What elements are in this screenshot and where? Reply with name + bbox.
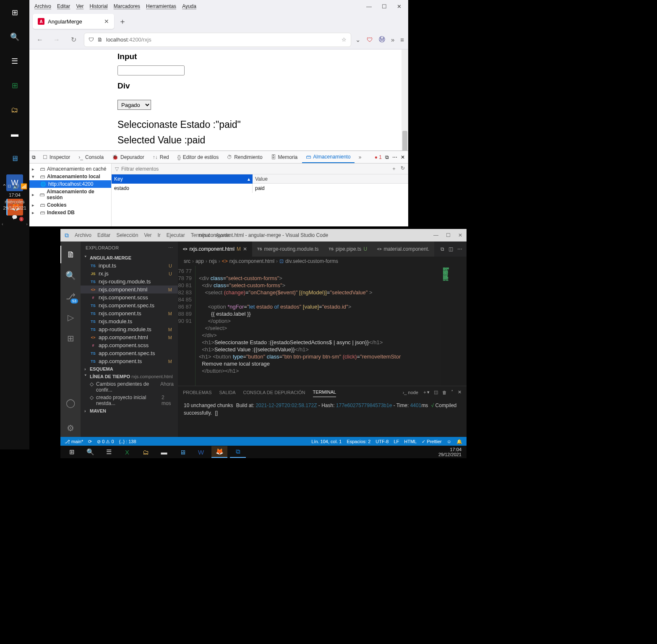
menu-archivo[interactable]: Archivo xyxy=(34,3,51,9)
file-item[interactable]: #app.component.scss xyxy=(81,341,178,349)
term-split-icon[interactable]: ◫ xyxy=(434,390,438,395)
esquema-section[interactable]: ESQUEMA xyxy=(81,365,178,373)
vsc-min-icon[interactable]: — xyxy=(433,232,438,238)
scm-icon[interactable]: ⎇53 xyxy=(60,288,81,305)
split-icon[interactable]: ◫ xyxy=(448,246,453,252)
file-item[interactable]: <>app.component.htmlM xyxy=(81,333,178,341)
run-debug-icon[interactable]: ▷ xyxy=(60,309,81,326)
status-bell-icon[interactable]: 🔔 xyxy=(456,439,462,444)
overflow-icon[interactable]: » xyxy=(391,36,394,43)
file-item[interactable]: TSrxjs-routing.module.ts xyxy=(81,278,178,286)
estado-select[interactable]: Pagado xyxy=(117,100,151,110)
tb-word-icon[interactable]: W xyxy=(193,446,209,458)
devtools-more-icon[interactable]: » xyxy=(355,154,365,160)
minimize-icon[interactable]: — xyxy=(366,3,372,10)
vsc-menu[interactable]: Editar xyxy=(97,232,110,238)
tree-cache[interactable]: ▸🗃Almacenamiento en caché xyxy=(29,165,111,173)
file-item[interactable]: TSrxjs.component.spec.ts xyxy=(81,301,178,309)
maximize-icon[interactable]: ☐ xyxy=(382,3,387,10)
tab-depurador[interactable]: 🐞Depurador xyxy=(108,151,148,163)
refresh-icon[interactable]: ↻ xyxy=(401,165,405,172)
tb-firefox-icon[interactable]: 🦊 xyxy=(211,446,227,458)
devtools-close-icon[interactable]: ✕ xyxy=(401,154,405,160)
tb-files-icon[interactable]: 🗂 xyxy=(138,446,154,458)
tray-icons[interactable]: ⌃ ⌑ 🔊 📶 xyxy=(0,183,29,190)
terminal-output[interactable]: 10 unchanged chunks Build at: 2021-12-29… xyxy=(178,398,467,437)
search-icon[interactable]: 🔍 xyxy=(6,29,23,45)
compare-icon[interactable]: ⧉ xyxy=(441,246,444,252)
task-view-icon[interactable]: ☰ xyxy=(6,53,23,70)
file-explorer-icon[interactable]: 🗂 xyxy=(6,101,23,118)
sidebar-more-icon[interactable]: ⋯ xyxy=(168,245,173,251)
status-prettier[interactable]: ✓ Prettier xyxy=(422,439,442,444)
filter-input[interactable] xyxy=(121,166,389,172)
excel-icon[interactable]: ⊞ xyxy=(6,77,23,94)
code-editor[interactable]: 76 77 78 79 80 81 82 83 84 85 86 87 88 8… xyxy=(178,266,467,386)
pocket-icon[interactable]: ⌄ xyxy=(355,36,361,44)
file-item[interactable]: <>rxjs.component.htmlM xyxy=(81,286,178,293)
file-item[interactable]: TSinput.tsU xyxy=(81,262,178,270)
ublock-icon[interactable]: 🛡 xyxy=(367,36,373,43)
tab-rendimiento[interactable]: ⏱Rendimiento xyxy=(223,151,266,163)
file-item[interactable]: TSapp.component.spec.ts xyxy=(81,349,178,357)
status-branch[interactable]: ⎇ main* xyxy=(65,439,83,444)
shield-icon[interactable]: 🛡 xyxy=(89,36,94,43)
malwarebytes-icon[interactable]: Ⓜ xyxy=(379,36,385,44)
status-problems[interactable]: ⊘ 0 ⚠ 0 xyxy=(97,439,114,444)
file-item[interactable]: TSrxjs.component.tsM xyxy=(81,309,178,317)
tab-more-icon[interactable]: ⋯ xyxy=(457,246,462,252)
explorer-icon[interactable]: 🗎 xyxy=(60,246,81,263)
bookmark-star-icon[interactable]: ☆ xyxy=(342,36,347,43)
editor-tab[interactable]: <>material.component. xyxy=(372,242,434,257)
panel-tab-terminal[interactable]: TERMINAL xyxy=(313,387,336,397)
vsc-close-icon[interactable]: ✕ xyxy=(458,232,462,238)
file-item[interactable]: #rxjs.component.scss xyxy=(81,293,178,301)
status-spaces[interactable]: Espacios: 2 xyxy=(347,439,370,444)
vsc-menu[interactable]: Ejecutar xyxy=(167,232,185,238)
tree-localhost[interactable]: 🌐http://localhost:4200 xyxy=(29,180,111,188)
start-icon[interactable]: ⊞ xyxy=(6,4,23,21)
tab-close-icon[interactable]: ✕ xyxy=(104,18,109,25)
error-badge[interactable]: ● 1 xyxy=(375,154,382,160)
menu-historial[interactable]: Historial xyxy=(89,3,107,9)
timeline-section[interactable]: LÍNEA DE TIEMPO rxjs.component.html xyxy=(81,373,178,380)
settings-gear-icon[interactable]: ⚙ xyxy=(60,419,81,437)
tab-inspector[interactable]: ☐Inspector xyxy=(39,151,74,163)
project-section[interactable]: ANGULAR-MERGE xyxy=(81,254,178,262)
tree-cookies[interactable]: ▸🗃Cookies xyxy=(29,201,111,209)
back-button[interactable]: ← xyxy=(34,34,46,46)
file-item[interactable]: JSrx.jsU xyxy=(81,270,178,278)
term-proc[interactable]: ›_ node xyxy=(403,390,418,395)
editor-tab[interactable]: TSpipe.pipe.ts U xyxy=(323,242,372,257)
tb-monitor-icon[interactable]: 🖥 xyxy=(175,446,190,458)
breadcrumb[interactable]: src› app› rxjs› <> rxjs.component.html› … xyxy=(178,257,467,266)
status-position[interactable]: Lín. 104, col. 1 xyxy=(311,439,342,444)
menu-herramientas[interactable]: Herramientas xyxy=(146,3,176,9)
timeline-item[interactable]: ◇creado proyecto inicial nestda...2 mos xyxy=(81,394,178,407)
account-icon[interactable]: ◯ xyxy=(60,394,81,412)
panel-tab-depuracion[interactable]: CONSOLA DE DEPURACIÓN xyxy=(243,388,305,397)
file-item[interactable]: TSapp-routing.module.tsM xyxy=(81,325,178,333)
tb-term-icon[interactable]: ▬ xyxy=(156,446,172,458)
timeline-item[interactable]: ◇Cambios pendientes de confir...Ahora xyxy=(81,380,178,394)
status-lang[interactable]: HTML xyxy=(404,439,417,444)
text-input[interactable] xyxy=(117,65,185,75)
editor-tab[interactable]: <>rxjs.component.html M✕ xyxy=(178,242,252,257)
tb-vscode-icon[interactable]: ⧉ xyxy=(230,446,246,458)
tree-local[interactable]: ▾🗃Almacenamiento local xyxy=(29,173,111,180)
maven-section[interactable]: MAVEN xyxy=(81,407,178,415)
term-close-icon[interactable]: ✕ xyxy=(458,390,461,395)
status-feedback-icon[interactable]: ☺ xyxy=(447,439,451,444)
tb-search-icon[interactable]: 🔍 xyxy=(82,446,98,458)
responsive-icon[interactable]: ⧉ xyxy=(385,154,389,160)
editor-tab[interactable]: TSmerge-routing.module.ts xyxy=(252,242,324,257)
tab-estilos[interactable]: {}Editor de estilos xyxy=(174,151,222,163)
terminal-icon[interactable]: ▬ xyxy=(6,126,23,143)
storage-row[interactable]: estado paid xyxy=(112,184,408,193)
menu-marcadores[interactable]: Marcadores xyxy=(114,3,140,9)
vsc-menu[interactable]: Ver xyxy=(144,232,151,238)
minimap[interactable]: ████ ██ ███ ██ ███ ████ ████ ██ ██ █████… xyxy=(441,266,467,386)
tb-start-icon[interactable]: ⊞ xyxy=(64,446,80,458)
extensions-icon[interactable]: ⊞ xyxy=(60,330,81,347)
vsc-menu[interactable]: Archivo xyxy=(75,232,91,238)
